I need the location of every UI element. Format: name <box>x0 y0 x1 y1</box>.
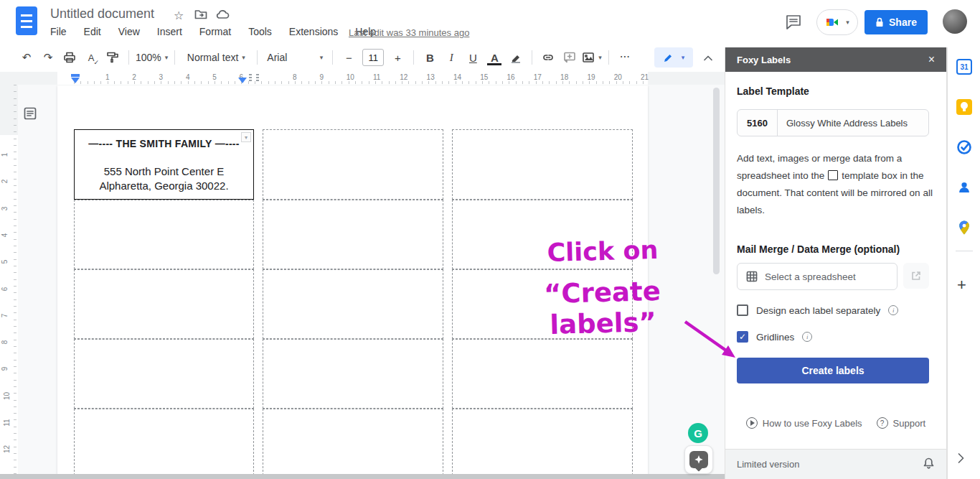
ruler-number: 12 <box>400 73 407 81</box>
label-cell-empty[interactable] <box>74 269 254 339</box>
ruler-number: 12 <box>3 445 11 453</box>
template-selector[interactable]: 5160 Glossy White Address Labels <box>737 109 929 136</box>
label-cell-empty[interactable] <box>263 409 443 479</box>
menu-file[interactable]: File <box>50 26 67 37</box>
label-cell-filled[interactable]: —---- THE SMITH FAMILY —---- 555 North P… <box>74 129 254 200</box>
table-column-handle[interactable] <box>249 74 252 83</box>
star-icon[interactable]: ☆ <box>174 9 184 22</box>
label-cell-empty[interactable] <box>452 339 633 409</box>
ruler-number: 11 <box>3 419 11 426</box>
cloud-saved-icon[interactable] <box>216 9 230 22</box>
menu-view[interactable]: View <box>118 26 140 37</box>
label-cell-empty[interactable] <box>263 269 443 339</box>
horizontal-scrollbar[interactable] <box>0 474 725 479</box>
move-folder-icon[interactable] <box>194 9 207 23</box>
right-indent-marker[interactable] <box>238 78 247 83</box>
print-button[interactable] <box>60 48 79 67</box>
gridlines-checkbox[interactable]: ✓ <box>737 331 748 343</box>
google-calendar-icon[interactable]: 31 <box>956 59 972 75</box>
sparkle-icon <box>689 451 708 468</box>
highlight-color-button[interactable] <box>507 48 525 67</box>
toolbar-separator <box>532 50 532 65</box>
app-header: Untitled document ☆ File Edit View Inser… <box>0 0 980 43</box>
google-docs-icon[interactable] <box>16 6 37 35</box>
paragraph-style-select[interactable]: Normal text ▾ <box>182 48 250 67</box>
bell-icon[interactable] <box>923 457 935 472</box>
undo-button[interactable]: ↶ <box>17 48 36 67</box>
label-cell-empty[interactable] <box>74 200 254 269</box>
google-keep-icon[interactable] <box>956 99 972 115</box>
label-cell-empty[interactable] <box>452 409 633 479</box>
ruler-number: 21 <box>641 73 649 81</box>
add-addon-icon[interactable]: + <box>957 276 966 294</box>
font-size-input[interactable]: 11 <box>362 49 384 66</box>
menu-insert[interactable]: Insert <box>157 26 182 37</box>
label-cell-empty[interactable] <box>263 129 443 200</box>
google-contacts-icon[interactable] <box>956 180 972 195</box>
ruler-number: 18 <box>560 73 568 81</box>
select-spreadsheet-button[interactable]: Select a spreadsheet <box>737 263 897 290</box>
share-button[interactable]: Share <box>864 10 928 34</box>
italic-button[interactable]: I <box>442 48 461 67</box>
support-link[interactable]: ? Support <box>877 417 926 429</box>
design-separately-checkbox[interactable] <box>737 304 748 316</box>
last-edit-link[interactable]: Last edit was 33 minutes ago <box>349 27 469 38</box>
label-cell-empty[interactable] <box>74 409 254 479</box>
bold-button[interactable]: B <box>420 48 439 67</box>
grammarly-button[interactable]: G <box>688 423 708 443</box>
document-title[interactable]: Untitled document <box>50 6 154 22</box>
how-to-link[interactable]: How to use Foxy Labels <box>746 417 862 429</box>
info-icon[interactable]: i <box>888 305 898 315</box>
open-spreadsheet-button[interactable] <box>903 263 929 289</box>
ruler-number: 6 <box>1 287 9 291</box>
addon-quick-access-button[interactable] <box>684 445 713 474</box>
meet-call-button[interactable]: ▾ <box>816 9 858 35</box>
paint-format-button[interactable] <box>103 48 122 67</box>
info-icon[interactable]: i <box>802 332 812 342</box>
menu-tools[interactable]: Tools <box>248 26 272 37</box>
editor-toolbar: ↶ ↷ A ✓ 100% ▾ Normal text ▾ Arial ▾ − 1… <box>0 43 725 72</box>
google-meet-icon <box>825 15 839 29</box>
editing-mode-button[interactable]: ▾ <box>654 47 693 68</box>
label-cell-empty[interactable] <box>263 200 443 269</box>
label-address-text: 555 North Point Center E Alpharetta, Geo… <box>75 164 253 193</box>
create-labels-button[interactable]: Create labels <box>737 358 929 383</box>
table-column-handle[interactable] <box>256 74 259 83</box>
insert-link-button[interactable] <box>539 48 557 67</box>
google-maps-icon[interactable] <box>956 220 972 236</box>
insert-image-button[interactable]: ▾ <box>582 48 602 67</box>
add-comment-button[interactable] <box>560 48 579 67</box>
vertical-scrollbar[interactable] <box>713 88 720 274</box>
more-tools-button[interactable]: ··· <box>616 48 634 67</box>
chevron-down-icon: ▾ <box>320 54 324 61</box>
label-cell-empty[interactable] <box>74 339 254 409</box>
hide-menus-button[interactable] <box>703 51 713 64</box>
google-tasks-icon[interactable] <box>956 139 972 155</box>
cell-dropdown-icon[interactable]: ▾ <box>241 132 251 142</box>
spellcheck-button[interactable]: A ✓ <box>82 48 100 67</box>
label-cell-empty[interactable] <box>452 269 633 339</box>
label-cell-empty[interactable] <box>452 200 633 269</box>
decrease-font-button[interactable]: − <box>339 48 358 67</box>
menu-format[interactable]: Format <box>199 26 231 37</box>
account-avatar[interactable] <box>943 9 967 34</box>
close-icon[interactable]: × <box>928 53 935 66</box>
menu-extensions[interactable]: Extensions <box>289 26 338 37</box>
left-indent-marker[interactable] <box>71 78 80 83</box>
underline-button[interactable]: U <box>463 48 482 67</box>
ruler-number: 3 <box>1 206 9 210</box>
document-outline-button[interactable] <box>22 105 39 122</box>
text-color-button[interactable]: A <box>485 48 504 67</box>
template-box-icon <box>828 170 838 180</box>
increase-font-button[interactable]: + <box>388 48 407 67</box>
expand-panel-icon[interactable] <box>957 452 964 467</box>
redo-button[interactable]: ↷ <box>39 48 57 67</box>
foxy-labels-sidebar: Foxy Labels × Label Template 5160 Glossy… <box>725 47 947 479</box>
zoom-select[interactable]: 100% ▾ <box>136 48 168 67</box>
label-cell-empty[interactable] <box>263 339 443 409</box>
menu-edit[interactable]: Edit <box>84 26 101 37</box>
label-cell-empty[interactable] <box>452 129 633 200</box>
indent-marker-bar[interactable] <box>71 74 80 77</box>
comments-icon[interactable] <box>785 14 802 34</box>
font-select[interactable]: Arial ▾ <box>264 48 326 67</box>
